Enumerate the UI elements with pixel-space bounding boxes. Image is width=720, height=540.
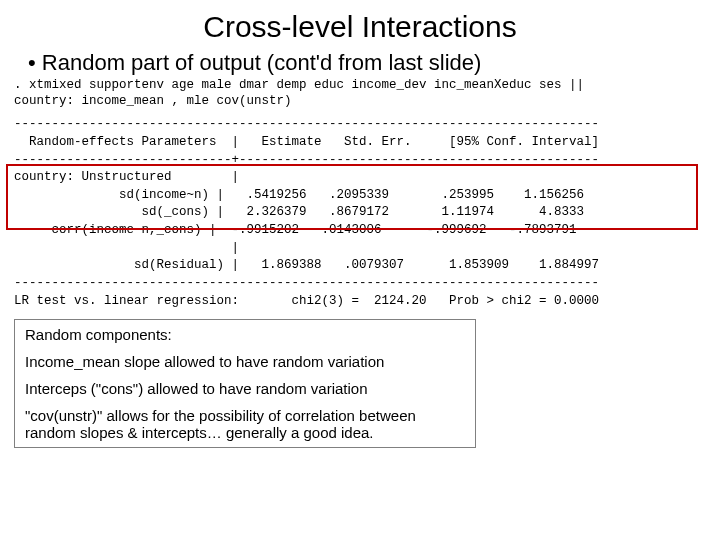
table-row: sd(Residual) | 1.869388 .0079307 1.85390…: [14, 258, 706, 274]
hrule-top: ----------------------------------------…: [14, 117, 706, 133]
hrule-bot: ----------------------------------------…: [14, 276, 706, 292]
slide-container: Cross-level Interactions Random part of …: [0, 0, 720, 456]
stata-output: ----------------------------------------…: [14, 117, 706, 309]
annotation-line: "cov(unstr)" allows for the possibility …: [25, 407, 465, 441]
table-row: |: [14, 241, 706, 257]
table-row: country: Unstructured |: [14, 170, 706, 186]
slide-title: Cross-level Interactions: [14, 10, 706, 44]
annotation-box: Random components: Income_mean slope all…: [14, 319, 476, 448]
annotation-heading: Random components:: [25, 326, 465, 343]
stata-command: . xtmixed supportenv age male dmar demp …: [14, 78, 706, 109]
table-row: sd(income~n) | .5419256 .2095339 .253995…: [14, 188, 706, 204]
table-row: corr(income~n,_cons) | -.9915202 .014300…: [14, 223, 706, 239]
bullet-line: Random part of output (cont'd from last …: [28, 50, 706, 76]
lr-test-line: LR test vs. linear regression: chi2(3) =…: [14, 294, 706, 310]
table-header: Random-effects Parameters | Estimate Std…: [14, 135, 706, 151]
table-row: sd(_cons) | 2.326379 .8679172 1.11974 4.…: [14, 205, 706, 221]
annotation-line: Interceps ("cons") allowed to have rando…: [25, 380, 465, 397]
annotation-line: Income_mean slope allowed to have random…: [25, 353, 465, 370]
hrule-mid: -----------------------------+----------…: [14, 153, 706, 169]
